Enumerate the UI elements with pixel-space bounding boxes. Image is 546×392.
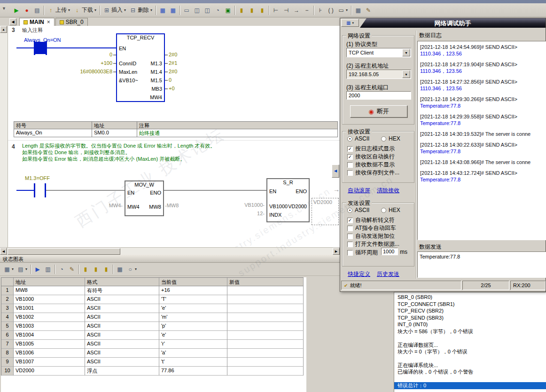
table-row[interactable]: 3VB1001ASCII'e' (1, 304, 304, 313)
checkbox-icon[interactable] (347, 226, 353, 231)
send-hex-radio[interactable]: HEX (381, 207, 400, 213)
table-row[interactable]: 10VD2000浮点77.86 (1, 367, 304, 376)
table-row[interactable]: 8VB1006ASCII'a' (1, 349, 304, 358)
table-row[interactable]: 4VB1002ASCII'm' (1, 313, 304, 322)
ladder-editor[interactable]: 3 输入注释 Always_On=ON TCP_RECV EN ConnID M… (8, 26, 340, 247)
program-status-button[interactable]: ▤ (32, 5, 42, 16)
format-cell[interactable]: ASCII (85, 358, 159, 367)
unforce-button[interactable]: ▮ (247, 5, 257, 16)
pin-icon[interactable]: ▼ (2, 6, 6, 11)
file-source-checkbox[interactable]: 打开文件数据源... (347, 240, 399, 248)
quick-define-link[interactable]: 快捷定义 (348, 270, 370, 278)
assistant-titlebar[interactable]: ▦ ▾ 网络调试助手 (340, 18, 546, 28)
selection-box[interactable]: VD2000 (312, 198, 339, 225)
format-cell[interactable]: ASCII (85, 304, 159, 313)
protocol-select[interactable]: TCP Client ▼ (346, 48, 411, 57)
chart-shape-button[interactable]: ○▾ (125, 264, 139, 275)
checkbox-icon[interactable]: ✓ (347, 146, 353, 152)
radio-icon[interactable] (381, 208, 386, 213)
address-cell[interactable]: SM0.0 (92, 129, 137, 137)
chart-grid-button[interactable]: ▦ (115, 264, 125, 275)
at-return-checkbox[interactable]: AT指令自动回车 (347, 224, 396, 232)
new-value-cell[interactable] (227, 295, 304, 304)
caret-down-icon[interactable]: ▾ (68, 8, 70, 12)
chevron-down-icon[interactable]: ▼ (402, 49, 410, 56)
escape-parse-checkbox[interactable]: ✓ 自动解析转义符 (347, 216, 395, 224)
comment-cell[interactable]: 始终接通 (137, 129, 338, 137)
mov-w-block[interactable]: MOV_W EN ENO MW4 MW8 (125, 180, 164, 216)
error-total-line[interactable]: 错误总计：0 (394, 382, 546, 389)
history-send-link[interactable]: 历史发送 (377, 270, 399, 278)
tab-main[interactable]: MAIN × (19, 18, 55, 26)
auto-send-bit-checkbox[interactable]: 自动发送附加位 (347, 232, 395, 240)
send-data-input[interactable]: Temperature:77.8 (417, 251, 546, 278)
pane-collapse-button[interactable]: ◀ (332, 165, 339, 178)
network-debug-assistant-window[interactable]: ▦ ▾ 网络调试助手 网络设置 (1) 协议类型 TCP Client ▼ (2… (340, 18, 546, 292)
scroll-up-button[interactable]: ▲ (0, 26, 7, 33)
insert-coil-button[interactable]: ( ) (326, 5, 336, 16)
disconnect-button[interactable]: ◉ 断开 (350, 105, 407, 118)
caret-down-icon[interactable]: ▾ (25, 267, 27, 271)
checkbox-icon[interactable] (347, 242, 353, 247)
format-cell[interactable]: ASCII (85, 313, 159, 322)
assistant-menu-button[interactable]: ▦ ▾ (341, 19, 359, 27)
scroll-right-button[interactable]: ▶ (333, 248, 340, 255)
delete-button[interactable]: ⊟删除▾ (128, 5, 154, 16)
s-r-block[interactable]: S_R EN ENO VB1000 VD2000 INDX (266, 178, 310, 222)
new-value-cell[interactable] (227, 331, 304, 340)
address-view-button[interactable]: ▦ (353, 5, 363, 16)
caret-down-icon[interactable]: ▾ (12, 267, 14, 271)
timer-button[interactable]: ◔ (212, 5, 223, 16)
format-cell[interactable]: ASCII (85, 349, 159, 358)
insert-branch-down-button[interactable]: ⊣ (281, 5, 291, 16)
hide-data-checkbox[interactable]: 接收数据不显示 (347, 161, 395, 169)
format-cell[interactable]: ASCII (85, 331, 159, 340)
new-value-cell[interactable] (227, 322, 304, 331)
caret-down-icon[interactable]: ▾ (150, 8, 152, 12)
chart-select-button[interactable]: ▤▾ (16, 264, 29, 275)
network-4-comment-line1[interactable]: Length 是实际接收的字节数。仅当指令置位 Done 或 Error 输出时… (22, 142, 215, 149)
caret-down-icon[interactable]: ▾ (135, 267, 137, 271)
send-ascii-radio[interactable]: ● ASCII (347, 207, 369, 213)
force-button[interactable]: ▮ (80, 264, 91, 275)
log-mode-checkbox[interactable]: ✓ 按日志模式显示 (347, 145, 395, 153)
data-log-box[interactable]: [2021-12-18 14:24:54.969]# SEND ASCII>11… (417, 41, 546, 240)
checkbox-icon[interactable]: ✓ (347, 154, 353, 160)
checkbox-icon[interactable]: ✓ (347, 218, 353, 223)
caret-down-icon[interactable]: ▾ (94, 8, 96, 12)
table-row[interactable]: 5VB1003ASCII'p' (1, 322, 304, 331)
format-cell[interactable]: 浮点 (85, 367, 159, 376)
format-cell[interactable]: 有符号 (85, 286, 159, 295)
checkbox-icon[interactable] (347, 234, 353, 239)
ladder-horizontal-scrollbar[interactable]: ◀ ▶ (0, 247, 340, 255)
chart-view-button[interactable]: ▦▾ (2, 264, 16, 275)
window-button-1[interactable]: ▭ (181, 5, 192, 16)
receive-hex-radio[interactable]: HEX (381, 135, 400, 142)
force-button[interactable]: ▮ (236, 5, 247, 16)
network-4-comment-line2[interactable]: 如果指令置位 Done 输出，则接收到整条消息。 (22, 149, 130, 156)
unforce-all-button[interactable]: ▮ (101, 264, 111, 275)
table-row[interactable]: 6VB1004ASCII'e' (1, 331, 304, 340)
network-4-comment-line3[interactable]: 如果指令置位 Error 输出，则消息超出缓冲区大小 (MaxLen) 并被截断… (22, 156, 185, 163)
symbol-table-button[interactable]: ▦ (157, 5, 168, 16)
table-row[interactable]: 7VB1005ASCII'r' (1, 340, 304, 349)
new-value-cell[interactable] (227, 286, 304, 295)
cycle-period-input[interactable]: 1000 (381, 248, 398, 255)
tab-sbr0[interactable]: SBR_0 (55, 18, 88, 26)
unforce-button[interactable]: ▮ (91, 264, 101, 275)
new-value-cell[interactable] (227, 304, 304, 313)
auto-scroll-link[interactable]: 自动滚屏 (348, 187, 370, 195)
network-3-comment[interactable]: 输入注释 (22, 27, 43, 34)
insert-button[interactable]: ⊞插入▾ (101, 5, 128, 16)
new-value-cell[interactable] (227, 340, 304, 349)
checkbox-icon[interactable] (347, 162, 353, 168)
insert-horizontal-button[interactable]: → (291, 5, 302, 16)
ladder-vertical-scrollbar[interactable]: ▲ (0, 26, 8, 247)
remote-port-input[interactable]: 2000 (346, 91, 411, 100)
new-value-cell[interactable] (227, 313, 304, 322)
insert-contact-button[interactable]: ⊦ (315, 5, 326, 16)
clear-receive-link[interactable]: 清除接收 (377, 187, 399, 195)
chart-run-button[interactable]: ▶ (32, 264, 43, 275)
checkbox-icon[interactable] (347, 250, 353, 256)
caret-down-icon[interactable]: ▾ (124, 8, 126, 12)
